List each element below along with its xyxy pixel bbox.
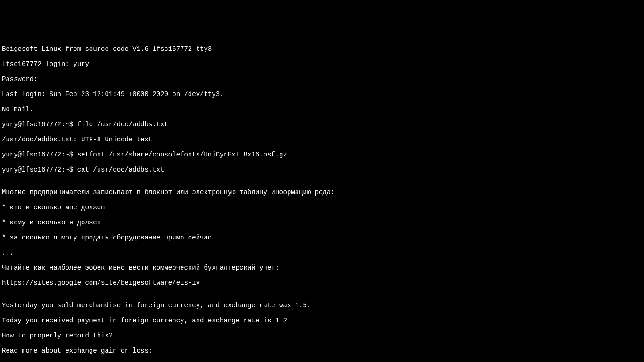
no-mail-line: No mail. (2, 106, 642, 113)
text-content: * кому и сколько я должен (2, 219, 642, 226)
command-cat: yury@lfsc167772:~$ cat /usr/doc/addbs.tx… (2, 166, 642, 173)
text-content: * за сколько я могу продать оборудование… (2, 234, 642, 241)
text-content: Читайте как наиболее эффективно вести ко… (2, 264, 642, 272)
password-prompt: Password: (2, 75, 642, 83)
terminal-output[interactable]: Beigesoft Linux from source code V1.6 lf… (0, 30, 644, 362)
url-line: https://sites.google.com/site/beigesoftw… (2, 279, 642, 287)
text-content: Многие предприниматели записывают в блок… (2, 189, 642, 196)
command-file: yury@lfsc167772:~$ file /usr/doc/addbs.t… (2, 121, 642, 128)
login-prompt: lfsc167772 login: yury (2, 60, 642, 68)
text-content: How to properly record this? (2, 332, 642, 339)
last-login-line: Last login: Sun Feb 23 12:01:49 +0000 20… (2, 90, 642, 98)
text-content: Read more about exchange gain or loss: (2, 347, 642, 354)
command-setfont: yury@lfsc167772:~$ setfont /usr/share/co… (2, 151, 642, 158)
output-file-type: /usr/doc/addbs.txt: UTF-8 Unicode text (2, 136, 642, 143)
banner-line: Beigesoft Linux from source code V1.6 lf… (2, 45, 642, 53)
text-content: ... (2, 249, 642, 256)
text-content: Yesterday you sold merchandise in foreig… (2, 302, 642, 309)
text-content: Today you received payment in foreign cu… (2, 317, 642, 324)
text-content: * кто и сколько мне должен (2, 204, 642, 211)
